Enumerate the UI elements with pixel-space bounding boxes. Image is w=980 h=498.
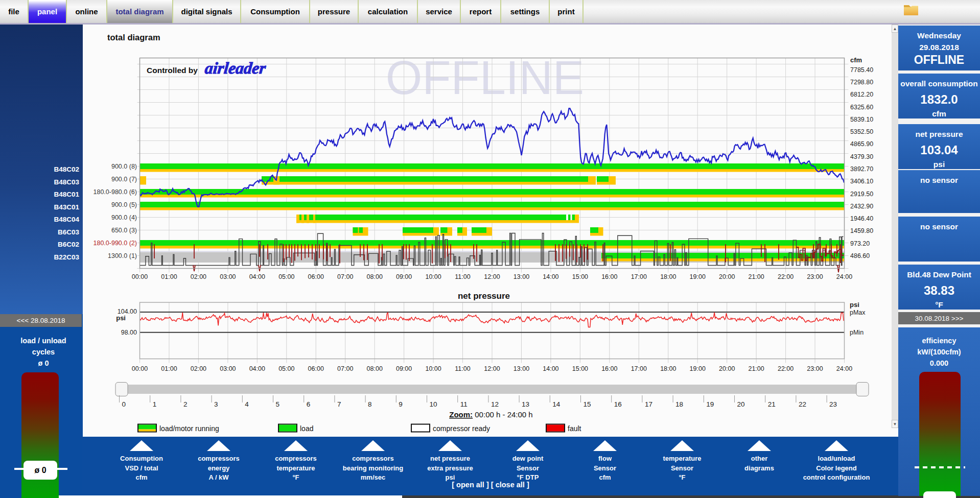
svg-text:4865.90: 4865.90 [850, 140, 873, 148]
svg-text:1946.40: 1946.40 [850, 215, 873, 222]
svg-text:14:00: 14:00 [543, 273, 558, 280]
svg-text:17:00: 17:00 [631, 365, 647, 372]
svg-text:04:00: 04:00 [249, 365, 265, 372]
svg-text:06:00: 06:00 [308, 273, 324, 280]
svg-text:07:00: 07:00 [337, 273, 353, 280]
svg-text:load: load [300, 424, 313, 433]
svg-text:02:00: 02:00 [191, 273, 206, 280]
svg-text:11: 11 [460, 400, 468, 408]
svg-text:18:00: 18:00 [660, 365, 676, 372]
svg-text:900.0 (5): 900.0 (5) [111, 201, 137, 208]
svg-text:15:00: 15:00 [572, 365, 588, 372]
svg-text:03:00: 03:00 [220, 365, 236, 372]
svg-text:486.60: 486.60 [850, 252, 870, 259]
svg-text:2919.50: 2919.50 [850, 191, 873, 198]
svg-text:21:00: 21:00 [748, 365, 764, 372]
svg-text:973.20: 973.20 [850, 240, 870, 247]
svg-text:900.0 (7): 900.0 (7) [111, 176, 137, 183]
svg-text:6812.20: 6812.20 [850, 91, 873, 98]
svg-text:18:00: 18:00 [660, 273, 676, 280]
svg-text:13:00: 13:00 [514, 273, 529, 280]
svg-text:19:00: 19:00 [690, 365, 706, 372]
svg-text:1: 1 [153, 400, 157, 408]
svg-text:21:00: 21:00 [748, 273, 764, 280]
svg-text:04:00: 04:00 [249, 273, 265, 280]
svg-text:01:00: 01:00 [161, 273, 177, 280]
svg-text:15: 15 [584, 400, 591, 408]
svg-text:3892.70: 3892.70 [850, 165, 873, 173]
svg-text:0: 0 [122, 400, 126, 408]
svg-text:6: 6 [307, 400, 311, 408]
svg-text:02:00: 02:00 [191, 365, 206, 372]
svg-text:5: 5 [276, 400, 280, 408]
svg-text:98.00: 98.00 [121, 329, 137, 336]
svg-text:03:00: 03:00 [220, 273, 236, 280]
svg-text:22:00: 22:00 [778, 365, 794, 372]
svg-text:OFFLINE: OFFLINE [386, 52, 584, 104]
svg-text:7298.80: 7298.80 [850, 79, 873, 86]
svg-text:24:00: 24:00 [836, 273, 852, 280]
svg-text:5839.10: 5839.10 [850, 116, 873, 123]
svg-text:05:00: 05:00 [278, 365, 294, 372]
svg-text:12: 12 [491, 400, 499, 408]
svg-text:15:00: 15:00 [572, 273, 588, 280]
svg-text:4: 4 [245, 400, 249, 408]
svg-text:pMin: pMin [850, 329, 864, 336]
svg-text:fault: fault [568, 424, 581, 433]
svg-text:14: 14 [552, 400, 561, 408]
svg-text:psi: psi [116, 314, 126, 322]
svg-text:5352.50: 5352.50 [850, 128, 873, 135]
svg-text:900.0 (8): 900.0 (8) [111, 163, 137, 170]
svg-text:Controlled by: Controlled by [147, 66, 198, 75]
svg-text:00:00: 00:00 [132, 365, 148, 372]
svg-text:16:00: 16:00 [601, 273, 617, 280]
svg-text:17: 17 [645, 400, 652, 408]
svg-text:01:00: 01:00 [161, 365, 177, 372]
svg-text:05:00: 05:00 [278, 273, 294, 280]
svg-text:psi: psi [850, 301, 859, 309]
svg-text:net pressure: net pressure [458, 291, 510, 301]
svg-text:1300.0 (1): 1300.0 (1) [108, 252, 137, 259]
svg-text:19: 19 [706, 400, 714, 408]
svg-text:2432.90: 2432.90 [850, 203, 873, 210]
svg-text:10: 10 [430, 400, 437, 408]
svg-text:4379.30: 4379.30 [850, 153, 873, 160]
svg-text:Zoom: 00:00 h - 24:00 h: Zoom: 00:00 h - 24:00 h [449, 410, 532, 419]
svg-text:8: 8 [368, 400, 372, 408]
svg-text:16:00: 16:00 [601, 365, 617, 372]
svg-text:09:00: 09:00 [396, 365, 412, 372]
svg-text:3406.10: 3406.10 [850, 178, 873, 185]
svg-text:08:00: 08:00 [367, 273, 383, 280]
svg-text:cfm: cfm [850, 56, 862, 64]
svg-text:11:00: 11:00 [455, 365, 470, 372]
svg-text:13: 13 [522, 400, 529, 408]
svg-text:7: 7 [337, 400, 341, 408]
svg-text:9: 9 [399, 400, 403, 408]
svg-text:14:00: 14:00 [543, 365, 558, 372]
svg-text:650.0 (3): 650.0 (3) [111, 227, 137, 234]
svg-text:23: 23 [829, 400, 837, 408]
svg-text:12:00: 12:00 [484, 365, 500, 372]
svg-text:1459.80: 1459.80 [850, 227, 873, 234]
svg-text:00:00: 00:00 [132, 273, 148, 280]
svg-text:11:00: 11:00 [455, 273, 470, 280]
svg-text:16: 16 [614, 400, 622, 408]
svg-text:07:00: 07:00 [337, 365, 353, 372]
svg-text:pMax: pMax [850, 309, 866, 316]
svg-text:compressor ready: compressor ready [433, 424, 490, 433]
svg-text:20:00: 20:00 [719, 273, 735, 280]
svg-text:22:00: 22:00 [778, 273, 794, 280]
svg-text:08:00: 08:00 [367, 365, 383, 372]
svg-text:20: 20 [737, 400, 745, 408]
svg-text:23:00: 23:00 [807, 365, 823, 372]
svg-text:7785.40: 7785.40 [850, 66, 873, 74]
svg-text:18: 18 [675, 400, 683, 408]
svg-text:10:00: 10:00 [425, 365, 441, 372]
svg-text:13:00: 13:00 [514, 365, 529, 372]
svg-text:airleader: airleader [204, 59, 267, 77]
svg-text:21: 21 [768, 400, 776, 408]
svg-text:6325.60: 6325.60 [850, 104, 873, 111]
svg-text:09:00: 09:00 [396, 273, 412, 280]
svg-text:20:00: 20:00 [719, 365, 735, 372]
svg-text:24:00: 24:00 [836, 365, 852, 372]
